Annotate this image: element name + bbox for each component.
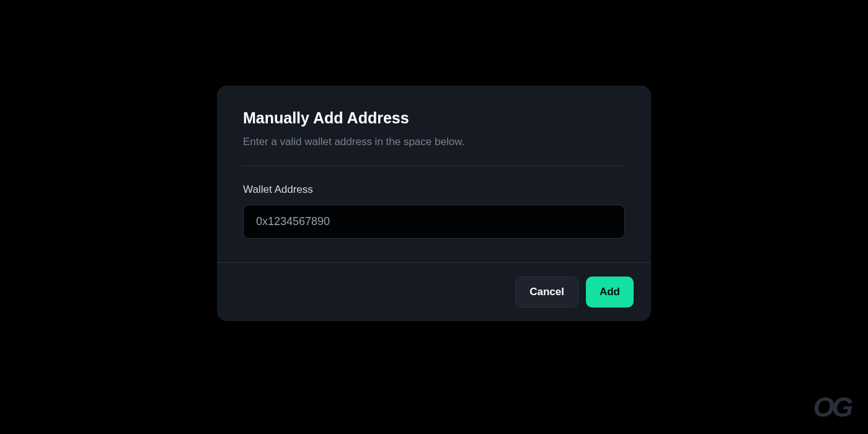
modal-title: Manually Add Address (243, 109, 625, 127)
divider (243, 166, 625, 166)
add-address-modal: Manually Add Address Enter a valid walle… (217, 86, 651, 321)
wallet-address-input[interactable] (243, 205, 625, 239)
brand-logo: OG (813, 392, 851, 423)
modal-body: Manually Add Address Enter a valid walle… (217, 86, 651, 262)
modal-footer: Cancel Add (217, 262, 651, 321)
add-button[interactable]: Add (586, 277, 634, 308)
wallet-address-label: Wallet Address (243, 184, 625, 196)
modal-subtitle: Enter a valid wallet address in the spac… (243, 136, 625, 148)
cancel-button[interactable]: Cancel (515, 277, 578, 308)
